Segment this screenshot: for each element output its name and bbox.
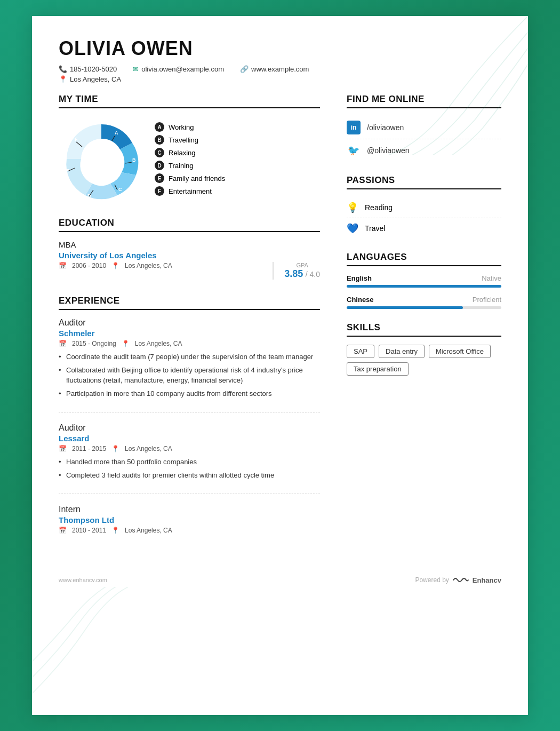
- location-icon: 📍: [59, 75, 67, 83]
- legend-label-d: Training: [169, 162, 193, 170]
- exp-meta-0: 📅 2015 - Ongoing 📍 Los Angeles, CA: [59, 340, 320, 347]
- education-section: EDUCATION MBA University of Los Angeles …: [59, 218, 320, 280]
- exp-item-1: Auditor Lessard 📅 2011 - 2015 📍 Los Ange…: [59, 423, 320, 494]
- location-text: Los Angeles, CA: [70, 75, 121, 83]
- experience-title: EXPERIENCE: [59, 296, 320, 310]
- mytime-legend: A Working B Travelling C Relaxing D: [155, 122, 225, 196]
- exp-years-1: 2011 - 2015: [72, 445, 106, 452]
- legend-label-f: Entertainment: [169, 187, 212, 195]
- lang-english-name: English: [347, 274, 372, 282]
- exp-bullet-0-2: Participation in more than 10 company au…: [59, 388, 320, 399]
- legend-label-a: Working: [169, 123, 194, 131]
- legend-dot-f: F: [155, 186, 164, 196]
- legend-dot-b: B: [155, 135, 164, 145]
- passion-reading: 💡 Reading: [347, 197, 501, 218]
- exp-title-1: Auditor: [59, 423, 320, 433]
- footer-brand: Powered by Enhancv: [415, 576, 501, 584]
- legend-dot-c: C: [155, 148, 164, 157]
- exp-cal-icon-1: 📅: [59, 445, 67, 452]
- svg-text:C: C: [118, 187, 122, 192]
- edu-years: 2006 - 2010: [72, 262, 106, 269]
- lang-chinese-level: Proficient: [473, 296, 501, 304]
- bulb-icon: 💡: [347, 202, 358, 213]
- edu-school: University of Los Angeles: [59, 251, 320, 260]
- web-icon: 🔗: [240, 65, 249, 73]
- exp-cal-icon-2: 📅: [59, 527, 67, 534]
- skills-section: SKILLS SAP Data entry Microsoft Office T…: [347, 322, 501, 376]
- linkedin-icon: in: [347, 121, 361, 134]
- exp-title-0: Auditor: [59, 318, 320, 328]
- legend-item-f: F Entertainment: [155, 186, 225, 196]
- lang-chinese-header: Chinese Proficient: [347, 296, 501, 304]
- experience-section: EXPERIENCE Auditor Schmeler 📅 2015 - Ong…: [59, 296, 320, 549]
- twitter-item: 🐦 @oliviaowen: [347, 139, 501, 162]
- skills-title: SKILLS: [347, 322, 501, 337]
- linkedin-item: in /oliviaowen: [347, 116, 501, 139]
- languages-section: LANGUAGES English Native Chinese Profici…: [347, 252, 501, 309]
- email-icon: ✉: [133, 65, 139, 73]
- exp-years-2: 2010 - 2011: [72, 527, 106, 534]
- passion-travel-text: Travel: [365, 224, 385, 233]
- edu-gpa: GPA 3.85 / 4.0: [273, 262, 320, 280]
- legend-dot-a: A: [155, 122, 164, 132]
- edu-meta: 📅 2006 - 2010 📍 Los Angeles, CA GPA 3.85…: [59, 262, 320, 280]
- exp-loc-1: Los Angeles, CA: [125, 445, 172, 452]
- exp-title-2: Intern: [59, 505, 320, 514]
- legend-item-d: D Training: [155, 161, 225, 170]
- exp-loc-icon-0: 📍: [122, 340, 130, 347]
- edu-dates-loc: 📅 2006 - 2010 📍 Los Angeles, CA: [59, 262, 273, 269]
- passions-section: PASSIONS 💡 Reading 💙 Travel: [347, 175, 501, 239]
- passion-travel: 💙 Travel: [347, 218, 501, 239]
- legend-label-b: Travelling: [169, 136, 198, 144]
- gpa-value: 3.85: [284, 268, 303, 279]
- mytime-section: MY TIME: [59, 94, 320, 202]
- edu-location: Los Angeles, CA: [125, 262, 172, 269]
- legend-item-e: E Family and friends: [155, 173, 225, 183]
- heart-icon: 💙: [347, 223, 358, 234]
- legend-item-b: B Travelling: [155, 135, 225, 145]
- twitter-icon: 🐦: [347, 144, 361, 157]
- exp-bullets-0: Coordinate the audit team (7 people) und…: [59, 352, 320, 399]
- phone-text: 185-1020-5020: [70, 65, 117, 73]
- lang-chinese-bar-bg: [347, 306, 501, 309]
- skills-tags: SAP Data entry Microsoft Office Tax prep…: [347, 345, 501, 376]
- lang-english-bar-bg: [347, 285, 501, 288]
- exp-meta-1: 📅 2011 - 2015 📍 Los Angeles, CA: [59, 445, 320, 452]
- education-title: EDUCATION: [59, 218, 320, 232]
- svg-text:A: A: [115, 130, 118, 136]
- edu-calendar-icon: 📅: [59, 262, 67, 269]
- edu-location-icon: 📍: [111, 262, 119, 269]
- lang-chinese-bar-fill: [347, 306, 463, 309]
- lang-english: English Native: [347, 274, 501, 288]
- legend-item-c: C Relaxing: [155, 148, 225, 157]
- gpa-label: GPA: [284, 262, 320, 268]
- footer-website: www.enhancv.com: [59, 577, 107, 583]
- edu-degree: MBA: [59, 240, 320, 249]
- left-column: MY TIME: [59, 94, 336, 560]
- lang-english-bar-fill: [347, 285, 501, 288]
- skill-msoffice: Microsoft Office: [429, 345, 491, 358]
- exp-bullet-1-1: Completed 3 field audits for premier cli…: [59, 470, 320, 481]
- exp-bullets-1: Handled more than 50 portfolio companies…: [59, 457, 320, 480]
- find-online-title: FIND ME ONLINE: [347, 94, 501, 108]
- legend-item-a: A Working: [155, 122, 225, 132]
- linkedin-text: /oliviaowen: [367, 123, 404, 132]
- contact-row: 📞 185-1020-5020 ✉ olivia.owen@example.co…: [59, 65, 501, 73]
- enhancv-logo-svg: [452, 576, 469, 584]
- legend-label-e: Family and friends: [169, 174, 225, 182]
- phone-icon: 📞: [59, 65, 67, 73]
- exp-bullet-1-0: Handled more than 50 portfolio companies: [59, 457, 320, 467]
- exp-item-0: Auditor Schmeler 📅 2015 - Ongoing 📍 Los …: [59, 318, 320, 412]
- location-item: 📍 Los Angeles, CA: [59, 75, 121, 83]
- lang-chinese-name: Chinese: [347, 296, 374, 304]
- skill-dataentry: Data entry: [379, 345, 425, 358]
- header-section: OLIVIA OWEN 📞 185-1020-5020 ✉ olivia.owe…: [59, 37, 501, 83]
- exp-bullet-0-1: Collaborated with Beijing office to iden…: [59, 365, 320, 386]
- edu-item-0: MBA University of Los Angeles 📅 2006 - 2…: [59, 240, 320, 280]
- footer: www.enhancv.com Powered by Enhancv: [59, 576, 501, 584]
- brand-name: Enhancv: [473, 576, 501, 584]
- exp-cal-icon-0: 📅: [59, 340, 67, 347]
- find-online-section: FIND ME ONLINE in /oliviaowen 🐦 @oliviao…: [347, 94, 501, 162]
- exp-item-2: Intern Thompson Ltd 📅 2010 - 2011 📍 Los …: [59, 505, 320, 549]
- svg-text:F: F: [75, 137, 78, 142]
